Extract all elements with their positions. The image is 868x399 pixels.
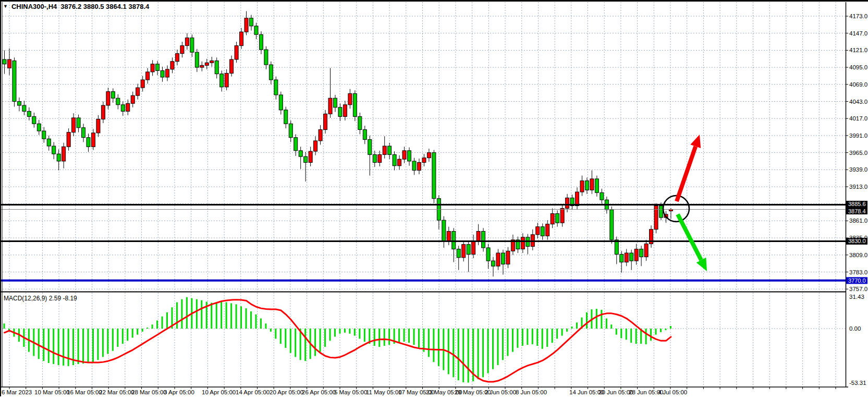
candle-down xyxy=(250,18,253,26)
candle-up xyxy=(240,32,243,45)
candle-down xyxy=(52,146,56,154)
candle-up xyxy=(230,59,234,73)
candle-down xyxy=(32,116,36,124)
candle-down xyxy=(338,107,342,117)
macd-histogram-bar xyxy=(610,324,612,329)
macd-histogram-bar xyxy=(388,329,390,345)
macd-histogram-bar xyxy=(660,329,662,332)
macd-histogram-bar xyxy=(78,329,79,364)
candle-down xyxy=(254,26,258,34)
candle-down xyxy=(13,61,16,102)
bullish-arrow-head[interactable] xyxy=(690,135,701,148)
macd-histogram-bar xyxy=(507,329,508,356)
macd-histogram-bar xyxy=(478,329,479,379)
price-tick-label: 3991.0 xyxy=(849,132,867,139)
candle-down xyxy=(37,124,41,131)
candle-up xyxy=(136,88,140,95)
macd-histogram-bar xyxy=(280,329,282,344)
candle-down xyxy=(412,161,416,171)
macd-histogram-bar xyxy=(364,329,365,342)
symbol-period-label: CHINA300-,H4 xyxy=(11,3,57,10)
candle-up xyxy=(476,232,480,241)
macd-histogram-bar xyxy=(650,329,652,341)
candle-up xyxy=(91,133,95,147)
macd-histogram-bar xyxy=(546,329,548,347)
macd-histogram-bar xyxy=(329,329,331,341)
candle-down xyxy=(408,151,411,161)
macd-histogram-bar xyxy=(127,329,128,341)
candle-up xyxy=(185,38,189,46)
candle-down xyxy=(57,154,60,161)
candle-up xyxy=(96,119,100,132)
macd-histogram-bar xyxy=(68,329,69,366)
macd-histogram-bar xyxy=(566,329,568,332)
candle-down xyxy=(388,146,392,154)
candle-up xyxy=(566,198,569,208)
candle-up xyxy=(146,72,150,80)
bullish-arrow[interactable] xyxy=(677,147,695,201)
candle-down xyxy=(116,98,120,105)
candle-up xyxy=(314,141,317,151)
candle-up xyxy=(72,118,76,132)
macd-indicator-label: MACD(12,26,9) 2.59 -8.19 xyxy=(4,295,77,302)
macd-signal-line xyxy=(5,300,671,382)
candle-down xyxy=(541,227,544,236)
macd-histogram-bar xyxy=(270,329,272,332)
macd-histogram-bar xyxy=(255,315,256,329)
macd-histogram-bar xyxy=(162,317,163,329)
symbol-dropdown-icon[interactable]: ▼ xyxy=(3,4,8,9)
candle-down xyxy=(111,92,115,99)
macd-histogram-bar xyxy=(334,329,336,337)
candle-up xyxy=(309,151,312,162)
price-tick-label: 3965.0 xyxy=(849,150,867,156)
candle-up xyxy=(625,253,628,262)
macd-histogram-bar xyxy=(166,312,168,329)
candle-up xyxy=(427,153,431,158)
macd-histogram-bar xyxy=(117,329,118,347)
macd-histogram-bar xyxy=(97,329,99,360)
bearish-arrow[interactable] xyxy=(678,214,701,260)
macd-histogram-bar xyxy=(497,329,499,365)
candle-up xyxy=(151,64,154,72)
candle-up xyxy=(101,105,105,119)
candle-up xyxy=(7,59,11,68)
price-tick-label: 4043.0 xyxy=(849,99,867,105)
candle-up xyxy=(62,147,66,161)
price-tick-label: 3939.0 xyxy=(849,166,867,173)
candle-up xyxy=(106,92,110,105)
macd-histogram-bar xyxy=(616,329,617,335)
macd-histogram-bar xyxy=(601,310,602,329)
macd-histogram-bar xyxy=(43,329,44,361)
macd-histogram-bar xyxy=(236,304,237,329)
macd-histogram-bar xyxy=(112,329,114,351)
candle-down xyxy=(294,138,298,151)
candle-down xyxy=(452,232,456,249)
candle-up xyxy=(422,158,426,163)
candle-up xyxy=(343,105,347,117)
candle-up xyxy=(447,232,450,241)
macd-histogram-bar xyxy=(53,329,54,364)
macd-histogram-bar xyxy=(142,329,143,332)
time-label: 2 Jun 05:00 xyxy=(485,389,516,395)
candle-up xyxy=(180,46,184,54)
candle-down xyxy=(393,154,396,165)
candle-up xyxy=(348,93,352,104)
candle-up xyxy=(551,214,554,224)
candle-down xyxy=(17,102,21,106)
macd-histogram-bar xyxy=(404,329,405,342)
chart-canvas[interactable]: 4173.04147.04121.04095.04069.04043.04017… xyxy=(0,0,868,399)
price-label-text: 3885.6 xyxy=(848,201,866,207)
candle-down xyxy=(501,253,505,264)
candle-down xyxy=(368,139,372,154)
candle-down xyxy=(220,74,224,87)
candle-down xyxy=(482,232,485,248)
price-label-text: 3830.0 xyxy=(848,238,866,244)
macd-histogram-bar xyxy=(512,329,514,352)
macd-histogram-bar xyxy=(246,308,247,329)
macd-histogram-bar xyxy=(290,329,291,353)
candle-down xyxy=(274,80,278,95)
candle-down xyxy=(215,61,218,74)
macd-histogram-bar xyxy=(433,329,434,362)
macd-histogram-bar xyxy=(606,319,607,329)
macd-histogram-bar xyxy=(492,329,494,369)
